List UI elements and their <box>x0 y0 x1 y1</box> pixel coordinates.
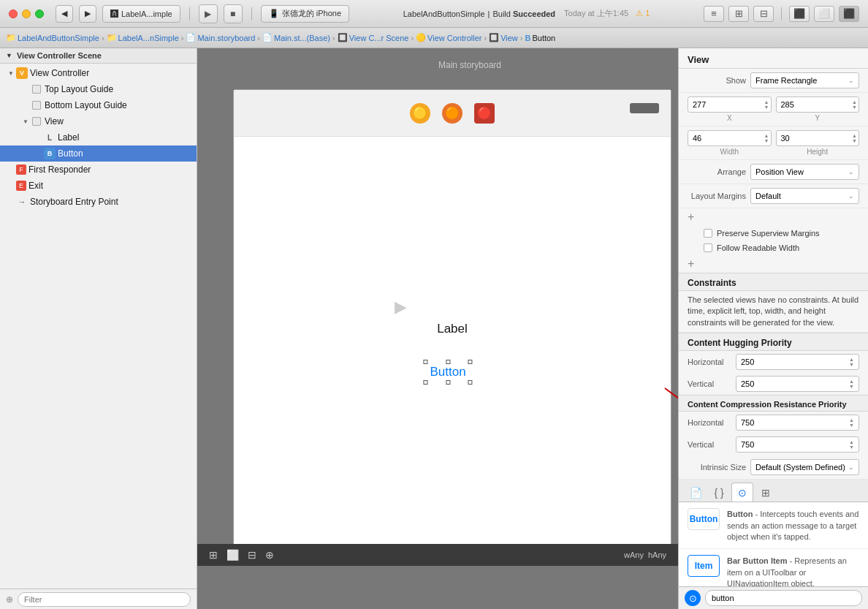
y-field-group: 285 ▲ ▼ Y <box>776 97 860 122</box>
x-spinner[interactable]: ▲ ▼ <box>764 97 769 112</box>
vc-icon: 🟡 <box>416 33 426 42</box>
device-button[interactable]: 📱 张德龙的 iPhone <box>261 5 349 23</box>
close-button[interactable] <box>9 10 18 18</box>
bar-button-obj-info: Bar Button Item - Represents an item on … <box>727 555 859 586</box>
x-up-arrow[interactable]: ▲ <box>764 99 769 105</box>
cr-horizontal-row: Horizontal 750 ▲ ▼ <box>679 412 868 434</box>
fr-tree-icon: F <box>16 164 26 175</box>
obj-circle-button[interactable]: ⊙ <box>685 590 701 606</box>
bar-button-obj-name: Bar Button Item <box>727 556 788 565</box>
tree-item-entry-point[interactable]: → Storyboard Entry Point <box>0 194 197 210</box>
ch-horizontal-row: Horizontal 250 ▲ ▼ <box>679 351 868 373</box>
warning-badge: ⚠ 1 <box>636 9 650 18</box>
h-label: hAny <box>648 551 666 559</box>
nav-forward-button[interactable]: ▶ <box>79 5 96 23</box>
height-axis-label: Height <box>776 148 860 156</box>
tab-grid[interactable]: ⊞ <box>755 483 777 502</box>
bc-item-5[interactable]: 🔲 View C...r Scene <box>338 33 409 42</box>
arrange-dropdown[interactable]: Position View ⌄ <box>750 164 859 180</box>
tree-item-vc[interactable]: ▼ V View Controller <box>0 65 197 81</box>
size-icon-view: ⬜ <box>226 549 239 561</box>
maximize-button[interactable] <box>35 10 44 18</box>
canvas-wrapper: Main storyboard ▶ 🟡 🟠 🔴 Label <box>197 48 678 609</box>
bc-item-6[interactable]: 🟡 View Controller <box>416 33 481 42</box>
center-canvas[interactable]: Main storyboard ▶ 🟡 🟠 🔴 Label <box>197 48 678 566</box>
bar-button-obj-icon: Item <box>688 555 720 577</box>
tab-file[interactable]: 📄 <box>685 483 707 502</box>
layout-margins-dropdown[interactable]: Default ⌄ <box>750 188 859 204</box>
ch-v-spinner[interactable]: ▲ ▼ <box>849 379 854 389</box>
add-icon[interactable]: + <box>688 211 694 224</box>
obj-item-button[interactable]: Button Button - Intercepts touch events … <box>679 502 868 549</box>
disclosure-view: ▼ <box>20 118 31 125</box>
right-panel-toggle[interactable]: ⬛ <box>839 6 859 22</box>
filter-input[interactable] <box>18 592 191 607</box>
obj-search-input[interactable] <box>705 590 862 606</box>
tree-item-label[interactable]: L Label <box>0 129 197 145</box>
intrinsic-arrow: ⌄ <box>848 464 854 471</box>
tab-circle[interactable]: ⊙ <box>731 483 753 502</box>
w-spinner[interactable]: ▲ ▼ <box>764 131 769 145</box>
tree-item-button[interactable]: B Button <box>0 145 197 162</box>
width-input[interactable]: 46 ▲ ▼ <box>688 130 772 146</box>
follow-checkbox[interactable] <box>704 243 712 252</box>
ch-vertical-row: Vertical 250 ▲ ▼ <box>679 373 868 395</box>
width-value: 46 <box>693 134 701 143</box>
show-dropdown[interactable]: Frame Rectangle ⌄ <box>750 72 859 88</box>
add-constraint-row: + <box>679 208 868 226</box>
obj-search-bar: ⊙ <box>679 586 868 609</box>
lm-arrow: ⌄ <box>848 192 854 200</box>
tree-item-first-responder[interactable]: F First Responder <box>0 162 197 178</box>
tree-item-top-layout[interactable]: Top Layout Guide <box>0 81 197 97</box>
h-row: 30 ▲ ▼ <box>776 130 860 146</box>
bc-item-7[interactable]: 🔲 View <box>489 33 518 42</box>
obj-item-bar-button[interactable]: Item Bar Button Item - Represents an ite… <box>679 549 868 586</box>
y-up-arrow[interactable]: ▲ <box>852 99 857 105</box>
editor-standard-button[interactable]: ≡ <box>704 6 724 22</box>
editor-assistant-button[interactable]: ⊞ <box>728 6 749 22</box>
cr-h-spinner[interactable]: ▲ ▼ <box>849 417 854 428</box>
bc-item-1[interactable]: 📁 LabelAndButtonSimple <box>6 33 99 42</box>
bottom-panel-toggle[interactable]: ⬜ <box>814 6 834 22</box>
bc-item-2[interactable]: 📁 LabelA...nSimple <box>107 33 179 42</box>
ch-v-dropdown[interactable]: 250 ▲ ▼ <box>736 376 859 392</box>
ch-h-dropdown[interactable]: 250 ▲ ▼ <box>736 354 859 370</box>
bc-item-3[interactable]: 📄 Main.storyboard <box>186 33 255 42</box>
obj-library-section: 📄 { } ⊙ ⊞ Button Button - Intercepts tou… <box>679 480 868 609</box>
x-input[interactable]: 277 ▲ ▼ <box>688 97 772 113</box>
btn-text: Button <box>425 362 470 382</box>
left-panel-toggle[interactable]: ⬛ <box>789 6 810 22</box>
phone-button-element[interactable]: Button <box>425 362 470 382</box>
build-status-area: LabelAndButtonSimple | Build Succeeded T… <box>355 8 698 19</box>
add-icon2[interactable]: + <box>688 257 694 271</box>
stop-button[interactable]: ■ <box>224 4 243 23</box>
nav-back-button[interactable]: ◀ <box>56 5 73 23</box>
separator2 <box>251 7 252 20</box>
y-input[interactable]: 285 ▲ ▼ <box>776 97 860 113</box>
x-down-arrow[interactable]: ▼ <box>764 105 769 110</box>
cr-v-spinner[interactable]: ▲ ▼ <box>849 439 854 450</box>
y-spinner[interactable]: ▲ ▼ <box>852 97 857 112</box>
height-input[interactable]: 30 ▲ ▼ <box>776 130 860 146</box>
cr-v-dropdown[interactable]: 750 ▲ ▼ <box>736 436 859 453</box>
tree-item-bottom-layout[interactable]: Bottom Layout Guide <box>0 97 197 113</box>
cr-h-dropdown[interactable]: 750 ▲ ▼ <box>736 415 859 431</box>
preserve-checkbox[interactable] <box>704 229 712 238</box>
compression-header: Content Compression Resistance Priority <box>679 395 868 412</box>
bc-item-4[interactable]: 📄 Main.st...(Base) <box>262 33 330 42</box>
label-label: Label <box>58 132 79 143</box>
minimize-button[interactable] <box>22 10 31 18</box>
ch-h-spinner[interactable]: ▲ ▼ <box>849 357 854 367</box>
build-status-text: Succeeded <box>513 10 555 18</box>
tree-item-exit[interactable]: E Exit <box>0 178 197 194</box>
tree-item-view[interactable]: ▼ View <box>0 113 197 129</box>
editor-version-button[interactable]: ⊟ <box>753 6 774 22</box>
bc-item-8[interactable]: B Button <box>525 34 555 42</box>
intrinsic-dropdown[interactable]: Default (System Defined) ⌄ <box>750 459 859 475</box>
tab-code[interactable]: { } <box>708 483 730 502</box>
run-button[interactable]: ▶ <box>199 4 218 23</box>
app-name-button[interactable]: 🅰 LabelA...imple <box>102 5 180 23</box>
y-down-arrow[interactable]: ▼ <box>852 105 857 110</box>
header-icon-orange: 🟠 <box>442 103 462 124</box>
h-spinner[interactable]: ▲ ▼ <box>852 131 857 145</box>
